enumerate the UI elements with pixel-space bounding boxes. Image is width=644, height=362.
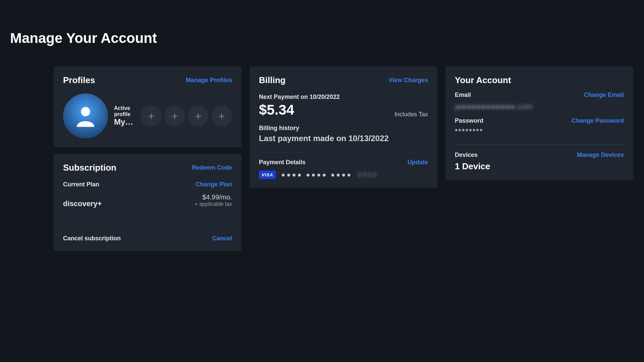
change-password-link[interactable]: Change Password bbox=[572, 117, 624, 124]
last-payment-text: Last payment made on 10/13/2022 bbox=[259, 134, 428, 143]
cancel-subscription-link[interactable]: Cancel bbox=[212, 235, 232, 242]
plus-icon: + bbox=[171, 110, 178, 122]
svg-point-0 bbox=[81, 107, 90, 116]
payment-details-label: Payment Details bbox=[259, 159, 306, 166]
change-plan-link[interactable]: Change Plan bbox=[196, 181, 232, 188]
devices-value: 1 Device bbox=[455, 161, 624, 172]
subscription-card: Subscription Redeem Code Current Plan Ch… bbox=[54, 154, 241, 251]
plus-icon: + bbox=[148, 110, 155, 122]
card-number-masked: ●●●● ●●●● ●●●● bbox=[281, 171, 352, 179]
manage-profiles-link[interactable]: Manage Profiles bbox=[186, 77, 232, 84]
email-label: Email bbox=[455, 92, 471, 99]
add-profile-slot[interactable]: + bbox=[164, 106, 185, 126]
person-icon bbox=[72, 103, 99, 129]
divider bbox=[455, 144, 624, 145]
cancel-subscription-label: Cancel subscription bbox=[63, 235, 121, 242]
password-value: ******** bbox=[455, 127, 624, 136]
card-number-tail: 0000 bbox=[358, 171, 378, 179]
plus-icon: + bbox=[218, 110, 225, 122]
billing-card: Billing View Charges Next Payment on 10/… bbox=[250, 66, 437, 188]
plus-icon: + bbox=[195, 110, 202, 122]
add-profile-slot[interactable]: + bbox=[188, 106, 209, 126]
card-brand-badge: VISA bbox=[259, 171, 276, 179]
change-email-link[interactable]: Change Email bbox=[584, 92, 624, 99]
devices-label: Devices bbox=[455, 152, 478, 159]
plan-price: $4.99/mo. bbox=[195, 193, 232, 201]
manage-devices-link[interactable]: Manage Devices bbox=[577, 152, 624, 159]
active-profile-name: My Pro… bbox=[114, 117, 135, 127]
email-value: j●●●●●●●●●●●●.com bbox=[455, 102, 624, 111]
redeem-code-link[interactable]: Redeem Code bbox=[192, 164, 232, 171]
your-account-title: Your Account bbox=[455, 75, 511, 85]
plan-price-note: + applicable tax bbox=[195, 201, 232, 207]
page-title: Manage Your Account bbox=[10, 30, 634, 46]
includes-tax-label: Includes Tax bbox=[394, 111, 428, 118]
update-payment-link[interactable]: Update bbox=[408, 159, 428, 166]
billing-history-label: Billing history bbox=[259, 125, 428, 132]
your-account-card: Your Account Email Change Email j●●●●●●●… bbox=[445, 66, 633, 180]
view-charges-link[interactable]: View Charges bbox=[388, 77, 428, 84]
add-profile-slot[interactable]: + bbox=[211, 106, 232, 126]
active-profile-label: Active profile bbox=[114, 105, 135, 117]
profiles-title: Profiles bbox=[63, 75, 95, 85]
add-profile-slot[interactable]: + bbox=[141, 106, 162, 126]
next-payment-label: Next Payment on 10/20/2022 bbox=[259, 94, 428, 101]
active-profile-avatar[interactable] bbox=[63, 94, 108, 138]
divider bbox=[259, 152, 428, 152]
next-payment-amount: $5.34 bbox=[259, 102, 294, 118]
billing-title: Billing bbox=[259, 75, 285, 85]
current-plan-label: Current Plan bbox=[63, 181, 99, 188]
subscription-title: Subscription bbox=[63, 163, 116, 173]
plan-name: discovery+ bbox=[63, 199, 102, 208]
password-label: Password bbox=[455, 117, 483, 124]
profiles-card: Profiles Manage Profiles Active profile … bbox=[54, 66, 241, 147]
